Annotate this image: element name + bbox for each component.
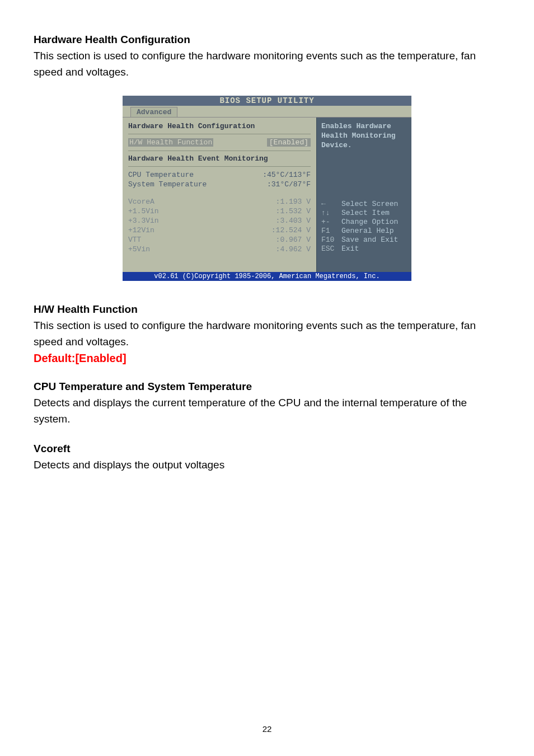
body-hhc: This section is used to configure the ha… — [34, 48, 500, 80]
bios-footer: v02.61 (C)Copyright 1985-2006, American … — [123, 272, 411, 281]
bios-window: BIOS SETUP UTILITY Advanced Hardware Hea… — [123, 96, 411, 281]
bios-nav: ← Select Screen ↑↓ Select Item +- Change… — [321, 200, 407, 253]
bios-nav-row: F10 Save and Exit — [321, 236, 407, 244]
bios-voltage-value: :12.524 V — [271, 226, 311, 234]
bios-nav-row: ESC Exit — [321, 245, 407, 253]
bios-row-voltage: VTT :0.967 V — [128, 235, 311, 245]
bios-nav-text: Exit — [341, 245, 359, 253]
bios-left-panel: Hardware Health Configuration H/W Health… — [123, 118, 316, 272]
bios-nav-key: F1 — [321, 227, 341, 235]
section-vcoreft: Vcoreft Detects and displays the output … — [34, 443, 500, 473]
bios-tab-row: Advanced — [123, 106, 411, 117]
section-hw-health-function: H/W Health Function This section is used… — [34, 303, 500, 365]
bios-voltage-label: +3.3Vin — [128, 217, 159, 225]
bios-voltage-label: VTT — [128, 236, 141, 244]
bios-nav-text: Change Option — [341, 218, 398, 226]
bios-content: Hardware Health Configuration H/W Health… — [123, 117, 411, 272]
body-vcoreft: Detects and displays the output voltages — [34, 457, 500, 473]
bios-sys-temp-value: :31°C/87°F — [267, 180, 311, 189]
bios-nav-key: F10 — [321, 236, 341, 244]
body-cputemp: Detects and displays the current tempera… — [34, 395, 500, 427]
bios-nav-text: Save and Exit — [341, 236, 398, 244]
bios-row-voltage: +5Vin :4.962 V — [128, 245, 311, 254]
bios-nav-row: F1 General Help — [321, 227, 407, 235]
bios-divider — [128, 166, 311, 167]
bios-monitoring-title: Hardware Health Event Monitoring — [128, 154, 311, 163]
bios-row-cpu-temp: CPU Temperature :45°C/113°F — [128, 170, 311, 180]
bios-voltage-label: +12Vin — [128, 226, 154, 234]
default-value-hwhf: Default:[Enabled] — [34, 352, 500, 365]
bios-voltage-label: +1.5Vin — [128, 207, 159, 215]
bios-nav-text: Select Screen — [341, 200, 398, 208]
bios-nav-text: Select Item — [341, 209, 390, 217]
bios-voltage-value: :1.193 V — [276, 198, 311, 206]
section-cpu-temp: CPU Temperature and System Temperature D… — [34, 381, 500, 427]
bios-hw-health-label: H/W Health Function — [128, 138, 213, 147]
bios-divider — [128, 134, 311, 134]
heading-vcoreft: Vcoreft — [34, 443, 500, 455]
bios-title-bar: BIOS SETUP UTILITY — [123, 96, 411, 106]
bios-cpu-temp-value: :45°C/113°F — [263, 171, 311, 179]
bios-sys-temp-label: System Temperature — [128, 180, 207, 189]
bios-right-desc: Device. — [321, 141, 407, 149]
page-number: 22 — [0, 724, 534, 734]
bios-voltage-label: VcoreA — [128, 198, 154, 206]
bios-nav-key: ← — [321, 200, 341, 208]
bios-right-desc: Enables Hardware — [321, 122, 407, 130]
bios-row-voltage: VcoreA :1.193 V — [128, 197, 311, 206]
bios-hw-health-value[interactable]: [Enabled] — [267, 138, 311, 147]
heading-hwhf: H/W Health Function — [34, 303, 500, 316]
bios-row-voltage: +3.3Vin :3.403 V — [128, 216, 311, 226]
heading-hhc: Hardware Health Configuration — [34, 34, 500, 46]
bios-screenshot: BIOS SETUP UTILITY Advanced Hardware Hea… — [34, 96, 500, 281]
bios-row-hw-health[interactable]: H/W Health Function [Enabled] — [128, 138, 311, 147]
bios-nav-row: ↑↓ Select Item — [321, 209, 407, 217]
bios-left-title: Hardware Health Configuration — [128, 122, 311, 130]
bios-nav-row: +- Change Option — [321, 218, 407, 226]
bios-nav-text: General Help — [341, 227, 394, 235]
section-hardware-health-config: Hardware Health Configuration This secti… — [34, 34, 500, 80]
bios-nav-key: ESC — [321, 245, 341, 253]
bios-right-panel: Enables Hardware Health Monitoring Devic… — [316, 118, 411, 272]
bios-nav-row: ← Select Screen — [321, 200, 407, 208]
bios-row-voltage: +12Vin :12.524 V — [128, 226, 311, 235]
bios-row-voltage: +1.5Vin :1.532 V — [128, 206, 311, 216]
bios-cpu-temp-label: CPU Temperature — [128, 171, 194, 179]
bios-voltage-label: +5Vin — [128, 245, 150, 253]
bios-voltage-value: :1.532 V — [276, 207, 311, 215]
bios-voltage-value: :3.403 V — [276, 217, 311, 225]
bios-tab-advanced[interactable]: Advanced — [130, 107, 177, 117]
bios-right-desc: Health Monitoring — [321, 132, 407, 140]
heading-cputemp: CPU Temperature and System Temperature — [34, 381, 500, 393]
bios-voltage-value: :4.962 V — [276, 245, 311, 253]
body-hwhf: This section is used to configure the ha… — [34, 318, 500, 350]
bios-voltage-value: :0.967 V — [276, 236, 311, 244]
bios-nav-key: ↑↓ — [321, 209, 341, 217]
bios-nav-key: +- — [321, 218, 341, 226]
bios-divider — [128, 151, 311, 151]
bios-row-sys-temp: System Temperature :31°C/87°F — [128, 180, 311, 189]
